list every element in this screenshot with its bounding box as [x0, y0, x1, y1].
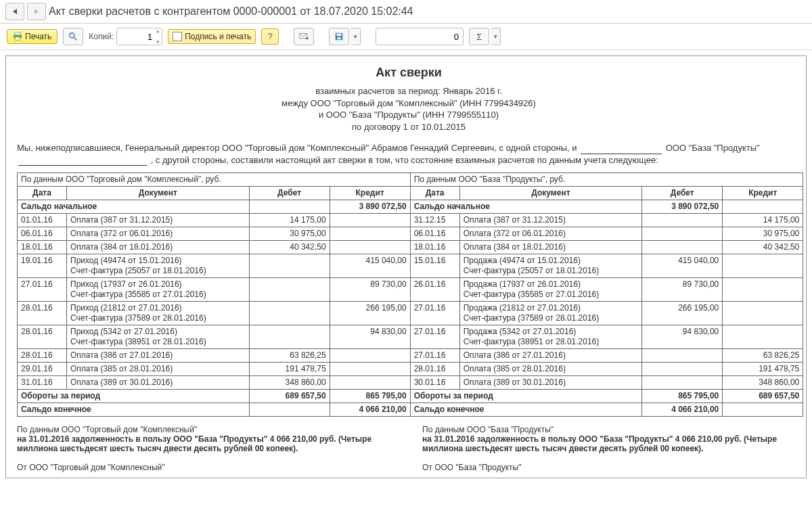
opening-credit-left: 3 890 072,50 — [330, 200, 410, 214]
col-credit-left: Кредит — [330, 187, 410, 200]
svg-rect-8 — [338, 37, 341, 40]
cell-credit-right — [723, 254, 803, 278]
printer-icon — [13, 32, 22, 41]
cell-debit-left: 191 478,75 — [249, 363, 330, 376]
doc-sub-line-1: взаимных расчетов за период: Январь 2016… — [12, 85, 806, 97]
cell-debit-right — [642, 227, 723, 241]
cell-date-left: 31.01.16 — [18, 376, 67, 390]
preview-button[interactable] — [63, 28, 83, 45]
preamble-org: ООО "База "Продукты" — [666, 143, 760, 153]
closing-label-left: Сальдо конечное — [18, 403, 250, 417]
cell-debit-right: 89 730,00 — [642, 278, 723, 302]
cell-doc-left: Оплата (384 от 18.01.2016) — [67, 241, 250, 254]
cell-date-left: 27.01.16 — [18, 278, 67, 302]
col-debit-right: Дебет — [642, 187, 723, 200]
cell-doc-right: Оплата (372 от 06.01.2016) — [459, 227, 642, 241]
help-button[interactable]: ? — [261, 28, 279, 45]
sum-dropdown-button[interactable]: ▼ — [491, 28, 501, 45]
table-row: 06.01.16Оплата (372 от 06.01.2016)30 975… — [18, 227, 803, 241]
cell-date-left: 19.01.16 — [18, 254, 67, 278]
cell-debit-left: 348 860,00 — [249, 376, 330, 390]
spin-up-icon: ▲ — [154, 29, 161, 33]
svg-rect-0 — [15, 32, 21, 35]
footer-left: По данным ООО "Торговый дом "Комплексный… — [17, 425, 395, 472]
question-icon: ? — [268, 32, 273, 41]
doc-sub-line-3: и ООО "База "Продукты" (ИНН 7799555110) — [12, 109, 806, 121]
send-email-button[interactable] — [294, 28, 314, 45]
cell-debit-right: 266 195,00 — [642, 302, 723, 325]
doc-title: Акт сверки — [12, 66, 806, 80]
opening-debit-left — [249, 200, 330, 214]
doc-sub-line-2: между ООО "Торговый дом "Комплексный" (И… — [12, 97, 806, 110]
row-opening-balance: Сальдо начальное 3 890 072,50 Сальдо нач… — [18, 200, 803, 214]
cell-date-right: 06.01.16 — [410, 227, 459, 241]
row-turnover: Обороты за период 689 657,50 865 795,00 … — [18, 390, 803, 403]
cell-debit-right — [642, 363, 723, 376]
table-row: 28.01.16Приход (21812 от 27.01.2016)Счет… — [18, 302, 803, 325]
preamble-text-2: , с другой стороны, составили настоящий … — [151, 155, 658, 165]
sign-and-print-toggle[interactable]: Подпись и печать — [168, 29, 256, 44]
doc-sub-line-4: по договору 1 от 10.01.2015 — [12, 121, 806, 133]
cell-credit-right: 14 175,00 — [723, 214, 803, 227]
chevron-down-icon: ▼ — [353, 34, 358, 40]
turnover-debit-right: 865 795,00 — [642, 390, 723, 403]
cell-credit-left: 94 830,00 — [330, 325, 410, 349]
cell-credit-right: 30 975,00 — [723, 227, 803, 241]
cell-credit-right — [723, 325, 803, 349]
cell-doc-left: Оплата (387 от 31.12.2015) — [67, 214, 250, 227]
sum-button[interactable]: Σ — [469, 28, 489, 45]
cell-debit-left: 30 975,00 — [249, 227, 330, 241]
footer-source-left: По данным ООО "Торговый дом "Комплексный… — [17, 425, 395, 434]
left-section-header: По данным ООО "Торговый дом "Комплексный… — [18, 173, 411, 187]
cell-doc-right: Продажа (21812 от 27.01.2016)Счет-фактур… — [459, 302, 642, 325]
cell-date-right: 31.12.15 — [410, 214, 459, 227]
row-closing-balance: Сальдо конечное 4 066 210,00 Сальдо коне… — [18, 403, 803, 417]
reconciliation-table: По данным ООО "Торговый дом "Комплексный… — [17, 173, 803, 417]
cell-debit-right — [642, 349, 723, 363]
nav-forward-button[interactable] — [27, 3, 46, 20]
cell-date-right: 26.01.16 — [410, 278, 459, 302]
checkbox-icon — [173, 32, 182, 41]
table-column-header-row: Дата Документ Дебет Кредит Дата Документ… — [18, 187, 803, 200]
cell-credit-right: 348 860,00 — [723, 376, 803, 390]
cell-debit-left — [249, 302, 330, 325]
number-input[interactable] — [376, 28, 464, 45]
table-section-header-row: По данным ООО "Торговый дом "Комплексный… — [18, 173, 803, 187]
toolbar: Печать Копий: ▲ ▼ Подпись и печать ? — [0, 24, 812, 50]
cell-debit-left — [249, 325, 330, 349]
table-row: 27.01.16Приход (17937 от 26.01.2016)Счет… — [18, 278, 803, 302]
table-row: 28.01.16Приход (5342 от 27.01.2016)Счет-… — [18, 325, 803, 349]
footer-text-right: на 31.01.2016 задолженность в пользу ООО… — [422, 434, 800, 453]
preamble: Мы, нижеподписавшиеся, Генеральный дирек… — [17, 142, 800, 166]
cell-doc-left: Приход (21812 от 27.01.2016)Счет-фактура… — [67, 302, 250, 325]
envelope-arrow-icon — [299, 32, 309, 41]
table-row: 29.01.16Оплата (385 от 28.01.2016)191 47… — [18, 363, 803, 376]
print-button[interactable]: Печать — [7, 29, 58, 44]
blank-line — [581, 145, 662, 154]
turnover-credit-left: 865 795,00 — [330, 390, 410, 403]
table-row: 28.01.16Оплата (386 от 27.01.2016)63 826… — [18, 349, 803, 363]
window-title: Акт сверки расчетов с контрагентом 0000-… — [49, 5, 413, 18]
arrow-right-icon — [35, 9, 39, 14]
table-row: 19.01.16Приход (49474 от 15.01.2016)Счет… — [18, 254, 803, 278]
closing-debit-right: 4 066 210,00 — [642, 403, 723, 417]
cell-date-left: 28.01.16 — [18, 302, 67, 325]
blank-line — [18, 156, 147, 166]
cell-doc-right: Оплата (389 от 30.01.2016) — [459, 376, 642, 390]
cell-date-right: 30.01.16 — [410, 376, 459, 390]
cell-credit-left — [330, 376, 410, 390]
opening-label-right: Сальдо начальное — [410, 200, 642, 214]
col-doc-left: Документ — [67, 187, 250, 200]
save-dropdown-button[interactable]: ▼ — [351, 28, 361, 45]
copies-label: Копий: — [89, 32, 114, 41]
turnover-debit-left: 689 657,50 — [249, 390, 330, 403]
cell-credit-right — [723, 302, 803, 325]
closing-credit-left: 4 066 210,00 — [330, 403, 410, 417]
cell-date-right: 27.01.16 — [410, 302, 459, 325]
copies-spinner[interactable]: ▲ ▼ — [154, 29, 161, 44]
svg-rect-7 — [337, 34, 342, 37]
cell-date-right: 27.01.16 — [410, 325, 459, 349]
save-button[interactable] — [329, 28, 349, 45]
cell-doc-left: Приход (5342 от 27.01.2016)Счет-фактура … — [67, 325, 250, 349]
nav-back-button[interactable] — [5, 3, 24, 20]
